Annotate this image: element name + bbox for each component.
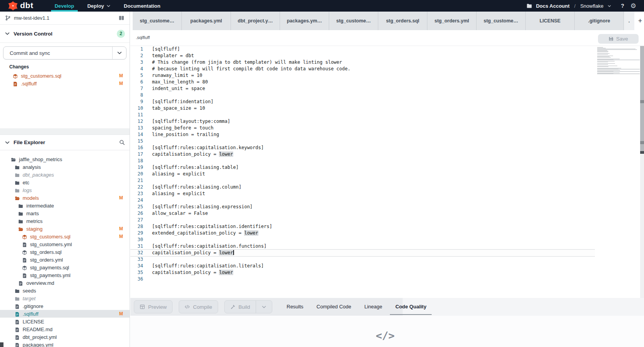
code-line-31[interactable]: 31[sqlfluff:rules:capitalisation.functio… [130,243,640,250]
tree-item-logs[interactable]: logs [0,186,130,194]
editor-tab-stg-orders-sql[interactable]: stg_orders.sql [378,12,427,30]
save-button[interactable]: Save [598,34,639,44]
code-line-14[interactable]: 14line_position = trailing [130,131,640,138]
editor-tab-stg-custome[interactable]: stg_custome… [477,12,526,30]
code-line-13[interactable]: 13spacing_before = touch [130,125,640,131]
code-line-12[interactable]: 12[sqlfluff:layout:type:comma] [130,118,640,125]
sidebar-scrollbar-thumb[interactable] [0,342,3,347]
code-line-17[interactable]: 17capitalisation_policy = lower [130,151,640,158]
tree-item-stg-orders-yml[interactable]: stg_orders.yml [0,256,130,264]
editor-tab-overflow[interactable]: . [624,12,634,30]
editor-tab-gitignore[interactable]: .gitignore [575,12,624,30]
tree-item-etc[interactable]: etc [0,179,130,186]
code-line-11[interactable]: 11 [130,112,640,118]
code-line-1[interactable]: 1[sqlfluff] [130,46,640,53]
tree-item-packages-yml[interactable]: packages.yml [0,341,130,347]
nav-item-documentation[interactable]: Documentation [117,0,167,12]
build-button[interactable]: Build [225,301,256,313]
code-line-33[interactable]: 33 [130,256,640,263]
code-line-27[interactable]: 27 [130,217,640,223]
tree-item-jaffle-shop-metrics[interactable]: jaffle_shop_metrics [0,155,130,163]
new-tab-button[interactable]: + [634,12,644,30]
compile-button[interactable]: Compile [179,300,218,313]
code-line-9[interactable]: 9[sqlfluff:indentation] [130,99,640,105]
tree-item-license[interactable]: LICENSE [0,318,130,325]
tree-item-overview-md[interactable]: overview.md [0,279,130,287]
code-line-7[interactable]: 7indent_unit = space [130,85,640,92]
change-row-stg-customers-sql[interactable]: stg_customers.sqlM [0,72,130,80]
tree-item-stg-payments-sql[interactable]: stg_payments.sql [0,264,130,271]
commit-options-dropdown[interactable] [112,47,126,59]
code-line-28[interactable]: 28[sqlfluff:rules:capitalisation.identif… [130,223,640,230]
tree-item-dbt-packages[interactable]: dbt_packages [0,171,130,179]
preview-button[interactable]: Preview [134,300,173,313]
tree-item-stg-customers-yml[interactable]: stg_customers.yml [0,240,130,248]
build-options-dropdown[interactable] [256,301,272,313]
tree-item-readme-md[interactable]: README.md [0,325,130,333]
search-icon[interactable] [119,139,125,145]
code-line-32[interactable]: 32capitalisation_policy = lower [130,250,595,256]
tree-item-stg-customers-sql[interactable]: stg_customers.sqlM [0,233,130,240]
code-line-21[interactable]: 21 [130,177,640,184]
panel-tab-results[interactable]: Results [281,299,309,315]
code-line-19[interactable]: 19[sqlfluff:rules:aliasing.table] [130,164,640,171]
code-line-35[interactable]: 35capitalisation_policy = lower [130,269,640,276]
tree-item-target[interactable]: target [0,294,130,302]
connection-selector[interactable]: Snowflake [580,3,603,9]
change-row-sqlfluff[interactable]: .sqlfluffM [0,80,130,87]
editor-tab-packages-ym[interactable]: packages.ym… [280,12,329,30]
editor-minimap[interactable] [597,47,640,90]
tree-item-gitignore[interactable]: .gitignore [0,302,130,310]
panel-tab-code-quality[interactable]: Code Quality [390,299,432,315]
nav-item-deploy[interactable]: Deploy [81,0,117,12]
tree-item-stg-payments-yml[interactable]: stg_payments.yml [0,271,130,279]
help-icon[interactable]: ? [621,3,624,9]
code-line-20[interactable]: 20aliasing = explicit [130,171,640,177]
code-line-8[interactable]: 8 [130,92,640,99]
code-line-29[interactable]: 29extended_capitalisation_policy = lower [130,230,640,236]
editor-tab-stg-custome[interactable]: stg_custome… [329,12,378,30]
editor-tab-dbt-project-y[interactable]: dbt_project.y… [231,12,280,30]
code-line-36[interactable]: 36 [130,276,640,282]
dbt-logo[interactable]: dbt [8,1,33,10]
code-line-22[interactable]: 22[sqlfluff:rules:aliasing.column] [130,184,640,191]
panel-tab-compiled-code[interactable]: Compiled Code [311,299,357,315]
nav-item-develop[interactable]: Develop [48,0,81,12]
version-control-header[interactable]: Version Control 2 [0,25,130,43]
code-line-3[interactable]: 3# This change (from jinja to dbt templa… [130,59,640,66]
scrollbar-thumb[interactable] [640,46,644,153]
git-branch-row[interactable]: mw-test-idev1.1 [0,12,130,25]
tree-item-marts[interactable]: marts [0,209,130,217]
tree-item-intermediate[interactable]: intermediate [0,202,130,209]
code-line-10[interactable]: 10tab_space_size = 10 [130,105,640,112]
code-line-6[interactable]: 6max_line_length = 80 [130,79,640,85]
code-line-5[interactable]: 5runaway_limit = 10 [130,72,640,79]
editor-tab-packages-yml[interactable]: packages.yml [182,12,231,30]
editor-tab-stg-orders-yml[interactable]: stg_orders.yml [427,12,477,30]
code-line-18[interactable]: 18 [130,158,640,164]
code-line-4[interactable]: 4# because linting will first compile db… [130,66,640,72]
editor-tab-stg-custome[interactable]: stg_custome… [133,12,182,30]
editor-scrollbar[interactable] [640,46,644,298]
settings-gear-icon[interactable]: ⚙ [630,3,636,9]
tree-item-analysis[interactable]: analysis [0,163,130,171]
tree-item-models[interactable]: modelsM [0,194,130,202]
tree-item-stg-orders-sql[interactable]: stg_orders.sql [0,248,130,256]
account-name[interactable]: Docs Account [536,3,570,9]
tree-item-dbt-project-yml[interactable]: dbt_project.yml [0,333,130,341]
commit-and-sync-button[interactable]: Commit and sync [3,46,126,60]
code-line-25[interactable]: 25[sqlfluff:rules:aliasing.expression] [130,204,640,210]
code-line-24[interactable]: 24 [130,197,640,204]
code-line-34[interactable]: 34[sqlfluff:rules:capitalisation.literal… [130,263,640,269]
code-line-15[interactable]: 15 [130,138,640,145]
editor-tab-license[interactable]: LICENSE [526,12,575,30]
code-line-16[interactable]: 16[sqlfluff:rules:capitalisation.keyword… [130,145,640,151]
code-line-2[interactable]: 2templater = dbt [130,53,640,59]
panel-tab-lineage[interactable]: Lineage [359,299,388,315]
chevron-down-icon[interactable] [607,4,612,8]
tree-item-sqlfluff[interactable]: .sqlfluffM [0,310,130,318]
file-explorer-header[interactable]: File Explorer [0,134,130,150]
code-line-30[interactable]: 30 [130,236,640,243]
code-editor[interactable]: 1[sqlfluff]2templater = dbt3# This chang… [130,46,640,298]
tree-item-seeds[interactable]: seeds [0,287,130,294]
